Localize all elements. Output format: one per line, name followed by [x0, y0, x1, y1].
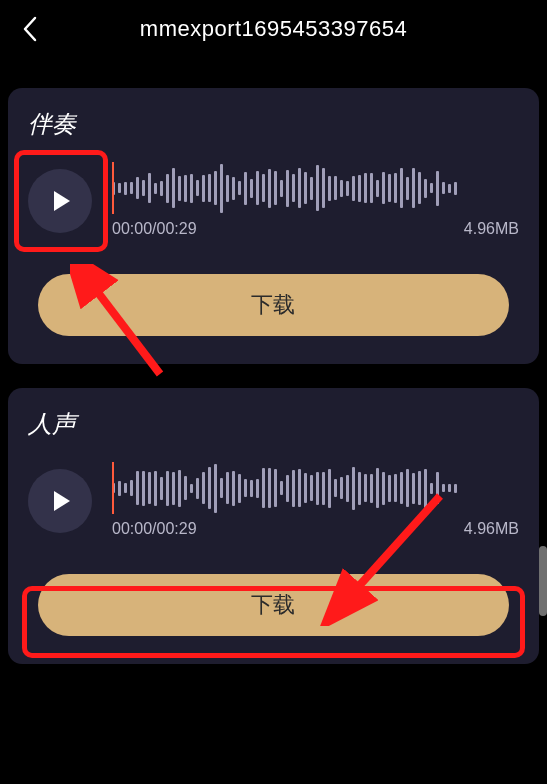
waveform-bar [250, 179, 253, 198]
track-title: 人声 [28, 408, 519, 440]
download-button[interactable]: 下载 [38, 574, 509, 636]
waveform-bar [298, 168, 301, 208]
waveform-bar [256, 479, 259, 498]
waveform-bar [196, 478, 199, 499]
waveform-bar [214, 171, 217, 205]
waveform-bar [316, 472, 319, 505]
waveform-bar [136, 471, 139, 505]
waveform-bar [280, 481, 283, 495]
waveform-bar [196, 180, 199, 196]
play-button[interactable] [28, 169, 92, 233]
waveform-bar [442, 182, 445, 194]
waveform-bar [358, 472, 361, 505]
waveform-bar [406, 177, 409, 200]
waveform-bar [250, 480, 253, 497]
waveform-bar [148, 472, 151, 504]
waveform-bar [436, 472, 439, 504]
waveform-bar [310, 475, 313, 501]
waveform-bar [352, 467, 355, 510]
waveform-bar [328, 176, 331, 201]
waveform-bar [292, 470, 295, 507]
waveform-bar [124, 483, 127, 493]
waveform-bar [244, 479, 247, 497]
time-label: 00:00/00:29 [112, 220, 197, 238]
waveform-bar [280, 180, 283, 197]
waveform-bar [166, 471, 169, 506]
track-card-accompaniment: 伴奏 00:00/00:29 4.96MB 下载 [8, 88, 539, 364]
waveform-bar [448, 484, 451, 492]
waveform-bar [202, 472, 205, 504]
waveform-bar [172, 168, 175, 208]
size-label: 4.96MB [464, 520, 519, 538]
track-title: 伴奏 [28, 108, 519, 140]
waveform-column: 00:00/00:29 4.96MB [112, 164, 519, 238]
waveform-bar [322, 472, 325, 505]
waveform-bar [346, 475, 349, 502]
waveform-bar [400, 168, 403, 208]
waveform-bar [184, 175, 187, 202]
waveform-bar [166, 174, 169, 203]
play-button[interactable] [28, 469, 92, 533]
waveform-bar [130, 182, 133, 194]
waveform-bar [142, 471, 145, 506]
waveform-bar [346, 181, 349, 196]
playhead-cursor [112, 162, 114, 214]
waveform-bar [454, 182, 457, 195]
download-button[interactable]: 下载 [38, 274, 509, 336]
back-button[interactable] [16, 15, 44, 43]
waveform-bar [154, 471, 157, 506]
waveform[interactable] [112, 164, 519, 212]
waveform-bar [448, 184, 451, 193]
waveform-bar [208, 174, 211, 202]
play-icon [54, 491, 70, 511]
waveform-bar [160, 477, 163, 500]
waveform-bar [388, 475, 391, 502]
waveform-bar [436, 171, 439, 206]
waveform-bar [220, 478, 223, 498]
scrollbar-thumb[interactable] [539, 546, 547, 616]
waveform-bar [262, 174, 265, 202]
chevron-left-icon [21, 15, 39, 43]
waveform-bar [124, 182, 127, 195]
waveform-bar [406, 469, 409, 507]
waveform-bar [214, 464, 217, 513]
waveform-bar [418, 471, 421, 505]
waveform-bar [286, 170, 289, 207]
waveform-bar [424, 179, 427, 198]
waveform-bar [382, 472, 385, 505]
waveform[interactable] [112, 464, 519, 512]
waveform-bar [430, 183, 433, 193]
time-row: 00:00/00:29 4.96MB [112, 520, 519, 538]
waveform-bar [364, 474, 367, 502]
waveform-bar [172, 472, 175, 505]
waveform-bar [418, 172, 421, 204]
player-row: 00:00/00:29 4.96MB [28, 464, 519, 538]
waveform-bar [226, 472, 229, 504]
waveform-bar [376, 180, 379, 197]
waveform-bar [268, 468, 271, 508]
waveform-bar [322, 168, 325, 208]
waveform-bar [202, 175, 205, 202]
waveform-bar [334, 479, 337, 497]
waveform-bar [118, 481, 121, 496]
waveform-bar [190, 174, 193, 203]
waveform-bar [184, 476, 187, 500]
page-title: mmexport1695453397654 [44, 16, 503, 42]
waveform-bar [232, 177, 235, 200]
waveform-bar [268, 169, 271, 208]
track-card-vocal: 人声 00:00/00:29 4.96MB 下载 [8, 388, 539, 664]
waveform-bar [262, 468, 265, 508]
waveform-bar [364, 173, 367, 203]
play-icon [54, 191, 70, 211]
waveform-bar [178, 470, 181, 507]
waveform-bar [328, 469, 331, 508]
waveform-bar [394, 474, 397, 502]
waveform-bar [400, 472, 403, 504]
waveform-bar [334, 176, 337, 200]
waveform-bar [454, 484, 457, 493]
waveform-bar [190, 484, 193, 493]
time-row: 00:00/00:29 4.96MB [112, 220, 519, 238]
waveform-bar [370, 474, 373, 503]
waveform-bar [286, 475, 289, 502]
waveform-bar [226, 175, 229, 202]
